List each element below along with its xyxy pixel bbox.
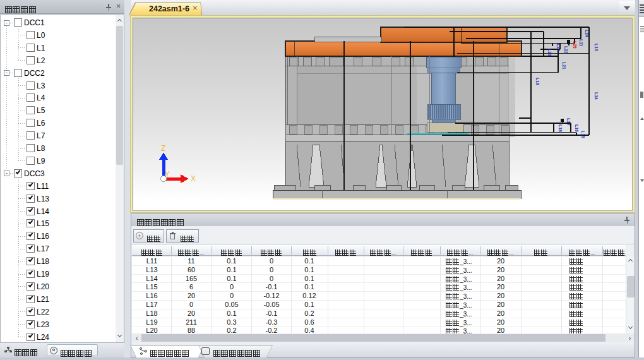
svg-text:Y: Y <box>165 170 170 179</box>
svg-text:X: X <box>191 174 196 183</box>
svg-text:L13: L13 <box>594 44 599 51</box>
svg-text:L25: L25 <box>573 41 577 49</box>
svg-text:L21: L21 <box>562 62 566 69</box>
svg-text:L11: L11 <box>579 39 583 47</box>
svg-text:L22: L22 <box>564 46 568 54</box>
svg-text:L14: L14 <box>594 92 599 100</box>
svg-text:Z: Z <box>161 144 165 153</box>
svg-text:L19: L19 <box>535 78 540 85</box>
svg-text:L23: L23 <box>556 44 561 51</box>
svg-text:L17: L17 <box>566 118 571 126</box>
svg-text:L24: L24 <box>585 30 589 37</box>
svg-text:L18: L18 <box>558 124 563 132</box>
svg-text:L15: L15 <box>581 131 585 138</box>
svg-text:L20: L20 <box>547 49 552 56</box>
svg-text:L16: L16 <box>575 124 579 132</box>
